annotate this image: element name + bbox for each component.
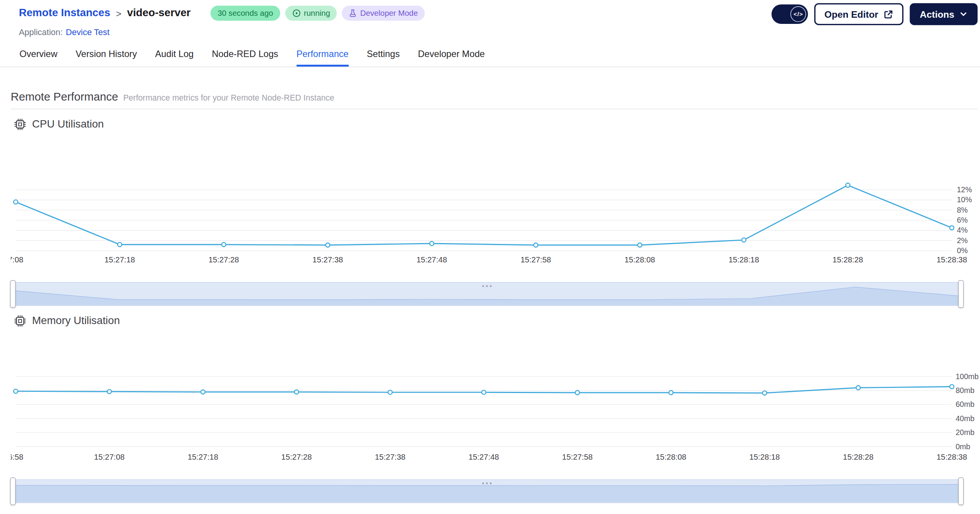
- svg-text:15:27:48: 15:27:48: [417, 255, 447, 264]
- breadcrumb-current-instance: video-server: [127, 7, 191, 20]
- flask-icon: [349, 9, 357, 18]
- open-editor-button[interactable]: Open Editor: [814, 3, 903, 25]
- tab-node-red-logs[interactable]: Node-RED Logs: [212, 42, 278, 67]
- svg-text:0mb: 0mb: [956, 442, 970, 451]
- main-content: Remote Performance Performance metrics f…: [0, 67, 980, 503]
- svg-text:15:28:28: 15:28:28: [843, 453, 873, 461]
- svg-text:12%: 12%: [957, 185, 972, 194]
- svg-text:15:28:28: 15:28:28: [832, 255, 863, 264]
- svg-text:2%: 2%: [957, 236, 968, 245]
- svg-text:15:27:28: 15:27:28: [208, 255, 239, 264]
- memory-utilisation-chart: 0mb20mb40mb60mb80mb100mb6:5815:27:0815:2…: [11, 354, 980, 462]
- svg-text:4%: 4%: [957, 226, 968, 234]
- svg-text:15:27:38: 15:27:38: [313, 255, 343, 264]
- svg-text:20mb: 20mb: [956, 428, 975, 437]
- cpu-utilisation-chart: 0%2%4%6%8%10%12%7:0815:27:1815:27:2815:2…: [11, 168, 980, 268]
- svg-text:8%: 8%: [957, 206, 968, 214]
- svg-text:15:27:38: 15:27:38: [375, 453, 405, 461]
- memory-brush-handle-left[interactable]: [10, 477, 16, 505]
- svg-text:6:58: 6:58: [11, 453, 24, 461]
- tab-version-history[interactable]: Version History: [76, 42, 137, 67]
- cpu-brush-handle-right[interactable]: [958, 280, 964, 308]
- header-actions: </> Open Editor Actions: [772, 3, 978, 25]
- svg-text:100mb: 100mb: [956, 372, 979, 381]
- status-badge-label: running: [304, 9, 330, 18]
- memory-brush-handle-right[interactable]: [958, 477, 964, 505]
- developer-mode-badge-label: Developer Mode: [360, 9, 418, 18]
- breadcrumb-separator: >: [116, 8, 121, 18]
- svg-text:60mb: 60mb: [956, 400, 975, 408]
- application-link[interactable]: Device Test: [66, 28, 109, 37]
- actions-button[interactable]: Actions: [910, 3, 978, 25]
- editor-toggle[interactable]: </>: [772, 4, 808, 24]
- tab-audit-log[interactable]: Audit Log: [155, 42, 194, 67]
- page-title: Remote Performance: [11, 91, 118, 104]
- cpu-chip-icon: [14, 118, 27, 131]
- open-editor-label: Open Editor: [824, 9, 878, 20]
- tab-developer-mode[interactable]: Developer Mode: [418, 42, 485, 67]
- cpu-section-title: CPU Utilisation: [32, 118, 104, 131]
- memory-chip-icon: [14, 315, 27, 328]
- svg-text:0%: 0%: [957, 246, 968, 255]
- svg-text:15:27:58: 15:27:58: [562, 453, 593, 461]
- svg-text:10%: 10%: [957, 195, 972, 204]
- svg-text:15:28:08: 15:28:08: [656, 453, 686, 461]
- last-seen-badge-label: 30 seconds ago: [218, 9, 273, 18]
- svg-text:15:27:18: 15:27:18: [104, 255, 135, 264]
- cpu-zoom-brush[interactable]: [13, 282, 962, 306]
- app: Remote Instances > video-server 30 secon…: [0, 0, 980, 514]
- svg-text:15:28:08: 15:28:08: [625, 255, 655, 264]
- svg-text:15:27:58: 15:27:58: [521, 255, 551, 264]
- svg-text:15:27:08: 15:27:08: [94, 453, 124, 461]
- svg-text:6%: 6%: [957, 216, 968, 224]
- svg-text:15:27:18: 15:27:18: [188, 453, 218, 461]
- chevron-down-icon: [959, 10, 967, 18]
- svg-text:40mb: 40mb: [956, 414, 975, 423]
- last-seen-badge: 30 seconds ago: [211, 6, 280, 21]
- header-left: Remote Instances > video-server 30 secon…: [19, 5, 425, 37]
- code-icon: </>: [790, 6, 806, 22]
- tab-bar: OverviewVersion HistoryAudit LogNode-RED…: [0, 42, 980, 67]
- play-circle-icon: [292, 9, 301, 18]
- tab-performance[interactable]: Performance: [296, 42, 348, 67]
- developer-mode-badge: Developer Mode: [342, 6, 425, 21]
- memory-section-title: Memory Utilisation: [32, 315, 120, 328]
- breadcrumb: Remote Instances > video-server 30 secon…: [19, 5, 425, 21]
- application-label: Application:: [19, 28, 63, 37]
- svg-text:15:28:38: 15:28:38: [936, 255, 967, 264]
- drag-grip-icon[interactable]: [482, 285, 491, 287]
- actions-label: Actions: [920, 9, 955, 20]
- drag-grip-icon[interactable]: [482, 482, 491, 484]
- svg-text:15:27:48: 15:27:48: [469, 453, 499, 461]
- cpu-brush-handle-left[interactable]: [10, 280, 16, 308]
- svg-text:7:08: 7:08: [11, 255, 24, 264]
- tab-settings[interactable]: Settings: [367, 42, 400, 67]
- section-divider: [11, 109, 978, 109]
- svg-text:15:27:28: 15:27:28: [281, 453, 312, 461]
- application-row: Application:Device Test: [19, 28, 425, 37]
- page-subtitle: Performance metrics for your Remote Node…: [123, 93, 335, 102]
- status-badge: running: [285, 6, 337, 21]
- memory-section: Memory Utilisation 0mb20mb40mb60mb80mb10…: [0, 314, 980, 503]
- cpu-section: CPU Utilisation 0%2%4%6%8%10%12%7:0815:2…: [0, 117, 980, 306]
- external-link-icon: [883, 9, 893, 19]
- svg-text:80mb: 80mb: [956, 386, 975, 395]
- svg-text:15:28:38: 15:28:38: [936, 453, 967, 461]
- memory-zoom-brush[interactable]: [13, 479, 962, 503]
- svg-text:15:28:18: 15:28:18: [749, 453, 780, 461]
- breadcrumb-remote-instances[interactable]: Remote Instances: [19, 7, 110, 20]
- tab-overview[interactable]: Overview: [20, 42, 58, 67]
- svg-text:15:28:18: 15:28:18: [728, 255, 759, 264]
